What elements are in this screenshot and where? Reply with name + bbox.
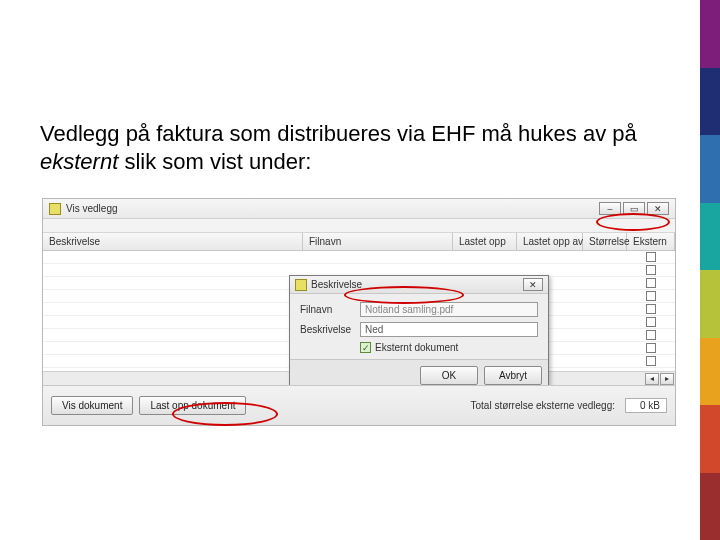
ok-button[interactable]: OK	[420, 366, 478, 385]
beskrivelse-label: Beskrivelse	[300, 324, 360, 335]
scroll-left-button[interactable]: ◂	[645, 373, 659, 385]
total-size-value: 0 kB	[625, 398, 667, 413]
col-lastet-opp[interactable]: Lastet opp	[453, 233, 517, 250]
ekstern-checkbox[interactable]	[646, 343, 656, 353]
dialog-titlebar[interactable]: Beskrivelse ✕	[290, 276, 548, 294]
ekstern-checkbox[interactable]	[646, 356, 656, 366]
heading-text-prefix: Vedlegg på faktura som distribueres via …	[40, 121, 637, 146]
table-row[interactable]	[43, 251, 675, 264]
scroll-right-button[interactable]: ▸	[660, 373, 674, 385]
dialog-close-button[interactable]: ✕	[523, 278, 543, 291]
dialog-icon	[295, 279, 307, 291]
eksternt-checkbox-label: Eksternt dokument	[375, 342, 458, 353]
show-document-button[interactable]: Vis dokument	[51, 396, 133, 415]
ekstern-checkbox[interactable]	[646, 317, 656, 327]
window-footer: Vis dokument Last opp dokument Total stø…	[43, 385, 675, 425]
col-storrelse[interactable]: Størrelse	[583, 233, 627, 250]
heading-text-suffix: slik som vist under:	[118, 149, 311, 174]
slide-heading: Vedlegg på faktura som distribueres via …	[40, 120, 680, 175]
window-toolbar	[43, 219, 675, 233]
ekstern-checkbox[interactable]	[646, 265, 656, 275]
grid-header: Beskrivelse Filnavn Lastet opp Lastet op…	[43, 233, 675, 251]
attachments-grid: Beskrivelse Filnavn Lastet opp Lastet op…	[43, 233, 675, 385]
window-icon	[49, 203, 61, 215]
ekstern-checkbox[interactable]	[646, 330, 656, 340]
col-beskrivelse[interactable]: Beskrivelse	[43, 233, 303, 250]
window-title: Vis vedlegg	[66, 203, 118, 214]
close-button[interactable]: ✕	[647, 202, 669, 215]
heading-text-emphasis: eksternt	[40, 149, 118, 174]
total-size-label: Total størrelse eksterne vedlegg:	[470, 400, 615, 411]
filnavn-label: Filnavn	[300, 304, 360, 315]
beskrivelse-dialog: Beskrivelse ✕ Filnavn Beskrivelse ✓ Ekst…	[289, 275, 549, 385]
cancel-button[interactable]: Avbryt	[484, 366, 542, 385]
dialog-title: Beskrivelse	[311, 279, 362, 290]
maximize-button[interactable]: ▭	[623, 202, 645, 215]
upload-document-button[interactable]: Last opp dokument	[139, 396, 246, 415]
col-lastet-opp-av[interactable]: Lastet opp av	[517, 233, 583, 250]
ekstern-checkbox[interactable]	[646, 252, 656, 262]
beskrivelse-field[interactable]	[360, 322, 538, 337]
minimize-button[interactable]: –	[599, 202, 621, 215]
ekstern-checkbox[interactable]	[646, 291, 656, 301]
col-filnavn[interactable]: Filnavn	[303, 233, 453, 250]
slide-accent-stripe	[700, 0, 720, 540]
window-titlebar[interactable]: Vis vedlegg – ▭ ✕	[43, 199, 675, 219]
attachments-window: Vis vedlegg – ▭ ✕ Beskrivelse Filnavn La…	[42, 198, 676, 426]
filnavn-field	[360, 302, 538, 317]
col-ekstern[interactable]: Ekstern	[627, 233, 675, 250]
ekstern-checkbox[interactable]	[646, 278, 656, 288]
eksternt-checkbox[interactable]: ✓	[360, 342, 371, 353]
ekstern-checkbox[interactable]	[646, 304, 656, 314]
